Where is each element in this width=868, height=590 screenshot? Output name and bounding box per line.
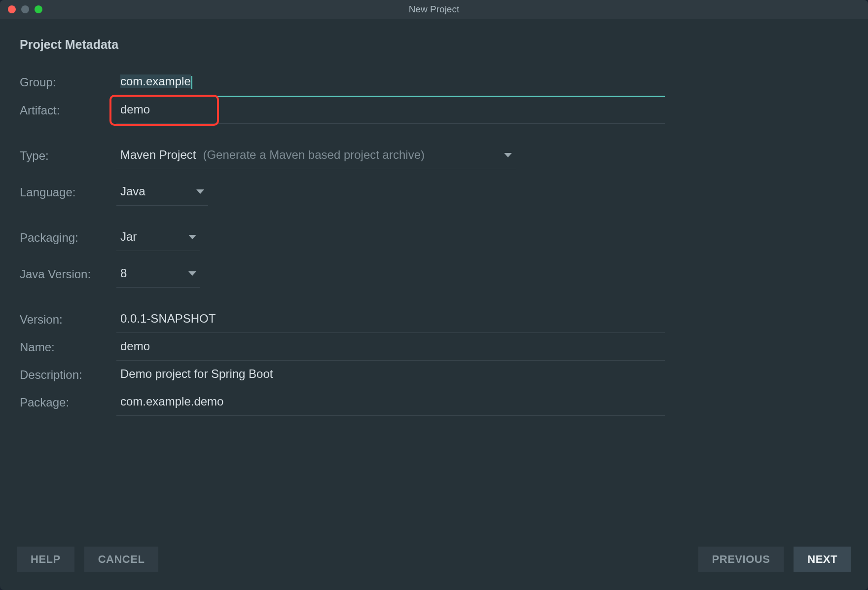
chevron-down-icon	[196, 189, 204, 194]
type-select-value: Maven Project	[120, 148, 196, 162]
artifact-input-value: demo	[120, 103, 150, 116]
group-input[interactable]: com.example	[116, 69, 665, 97]
text-caret	[191, 76, 192, 89]
close-icon[interactable]	[8, 5, 16, 13]
description-input[interactable]: Demo project for Spring Boot	[116, 361, 665, 388]
package-input-value: com.example.demo	[120, 395, 223, 408]
row-language: Language: Java	[20, 179, 848, 206]
minimize-icon[interactable]	[21, 5, 29, 13]
group-input-wrapper: com.example	[116, 69, 665, 97]
type-select-hint: (Generate a Maven based project archive)	[203, 148, 425, 162]
section-title: Project Metadata	[20, 37, 848, 52]
row-description: Description: Demo project for Spring Boo…	[20, 361, 848, 389]
label-language: Language:	[20, 179, 116, 206]
row-name: Name: demo	[20, 333, 848, 361]
label-java-version: Java Version:	[20, 260, 116, 288]
row-artifact: Artifact: demo	[20, 97, 848, 124]
description-input-value: Demo project for Spring Boot	[120, 367, 273, 380]
window-controls	[0, 5, 42, 13]
name-input[interactable]: demo	[116, 333, 665, 361]
java-version-select[interactable]: 8	[116, 260, 200, 288]
label-group: Group:	[20, 69, 116, 96]
label-version: Version:	[20, 306, 116, 333]
label-name: Name:	[20, 333, 116, 361]
maximize-icon[interactable]	[35, 5, 42, 13]
label-artifact: Artifact:	[20, 97, 116, 124]
java-version-select-value: 8	[120, 266, 127, 280]
type-select[interactable]: Maven Project (Generate a Maven based pr…	[116, 142, 516, 169]
dialog-footer: HELP CANCEL PREVIOUS NEXT	[0, 543, 868, 590]
window-title: New Project	[0, 4, 868, 15]
version-input[interactable]: 0.0.1-SNAPSHOT	[116, 306, 665, 333]
name-input-value: demo	[120, 339, 150, 353]
language-select-value: Java	[120, 184, 145, 198]
chevron-down-icon	[188, 271, 196, 276]
row-version: Version: 0.0.1-SNAPSHOT	[20, 306, 848, 333]
label-type: Type:	[20, 142, 116, 170]
row-java-version: Java Version: 8	[20, 260, 848, 288]
language-select[interactable]: Java	[116, 179, 208, 206]
label-description: Description:	[20, 361, 116, 389]
chevron-down-icon	[504, 153, 512, 157]
artifact-input-wrapper: demo	[116, 97, 665, 124]
row-packaging: Packaging: Jar	[20, 224, 848, 252]
row-group: Group: com.example	[20, 69, 848, 97]
dialog-content: Project Metadata Group: com.example Arti…	[0, 19, 868, 543]
row-package: Package: com.example.demo	[20, 389, 848, 416]
label-package: Package:	[20, 389, 116, 416]
packaging-select-value: Jar	[120, 230, 137, 244]
label-packaging: Packaging:	[20, 224, 116, 252]
titlebar: New Project	[0, 0, 868, 19]
cancel-button[interactable]: CANCEL	[84, 547, 159, 572]
help-button[interactable]: HELP	[17, 547, 74, 572]
version-input-value: 0.0.1-SNAPSHOT	[120, 312, 216, 325]
row-type: Type: Maven Project (Generate a Maven ba…	[20, 142, 848, 170]
chevron-down-icon	[188, 235, 196, 239]
group-input-value: com.example	[120, 74, 191, 88]
package-input[interactable]: com.example.demo	[116, 389, 665, 416]
artifact-input[interactable]: demo	[116, 97, 665, 124]
new-project-dialog: New Project Project Metadata Group: com.…	[0, 0, 868, 590]
packaging-select[interactable]: Jar	[116, 224, 200, 251]
next-button[interactable]: NEXT	[794, 547, 851, 572]
previous-button[interactable]: PREVIOUS	[698, 547, 784, 572]
